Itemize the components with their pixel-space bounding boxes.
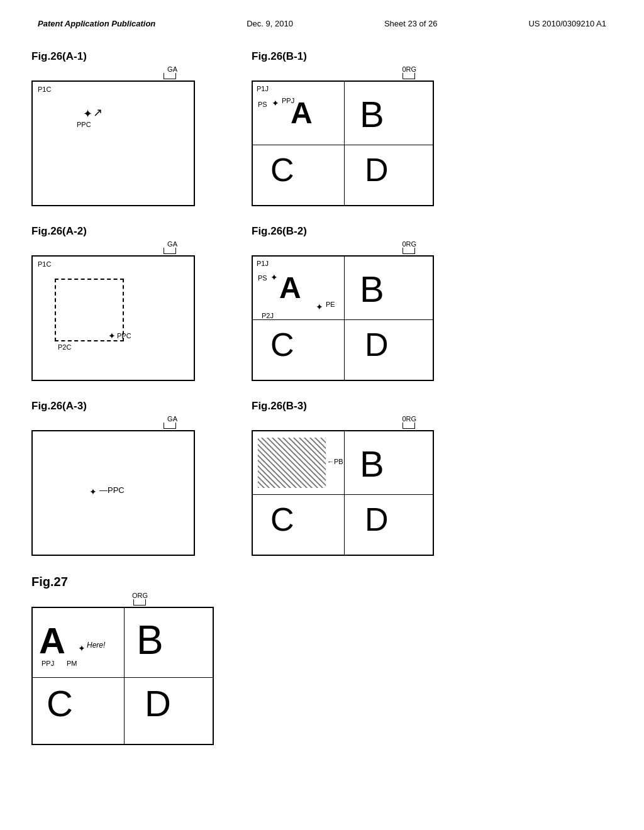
- fig-26-b3-hdivider: [253, 494, 433, 495]
- fig-26-a1-bracket-line: [164, 73, 176, 79]
- fig-26-b3-bracket-label: 0RG: [402, 415, 416, 423]
- fig-26-b1-ps: PS: [258, 101, 267, 108]
- fig-26-b3-B: B: [360, 443, 384, 485]
- fig-26-a2-cursor: ✦: [108, 331, 116, 341]
- fig-27-inner-box: A ✦ Here! B PPJ PM C D: [31, 607, 214, 745]
- fig-26-a1-p1c: P1C: [38, 86, 51, 93]
- fig-26-a3-label: Fig.26(A-3): [31, 400, 87, 412]
- fig-26-b1-p1j: P1J: [257, 85, 269, 92]
- fig-26-b1-bracket: 0RG: [252, 65, 434, 80]
- fig-26-b3-box: ←PB B C D: [252, 430, 434, 556]
- fig-26-b2-bracket-label: 0RG: [402, 240, 416, 248]
- fig-26-b3-bracket-line: [402, 423, 415, 429]
- fig-26-b3-D: D: [365, 501, 389, 538]
- fig-26-b2-cursor2: ✦: [316, 302, 323, 312]
- fig-26-a2-label: Fig.26(A-2): [31, 225, 87, 238]
- fig-26-a1-cursor: ✦: [83, 107, 92, 121]
- fig-27-cursor: ✦: [78, 643, 86, 653]
- fig-27-container: Fig.27 ORG A ✦ Here! B PPJ PM C: [31, 575, 613, 745]
- fig-26-b3-hatch: [258, 438, 326, 488]
- fig-27-B: B: [136, 617, 164, 663]
- fig-26-a2-bracket-line: [164, 248, 176, 254]
- fig-26-b2-ps: PS: [258, 274, 267, 282]
- fig-26-a1-box: P1C ✦ ↗ PPC: [31, 80, 195, 206]
- fig-26-b2: Fig.26(B-2) 0RG P1J PS ✦ A ✦ PE P2J: [252, 225, 434, 381]
- fig-26-b2-C: C: [270, 326, 294, 363]
- header-patent: US 2010/0309210 A1: [528, 19, 606, 28]
- fig-26-a1-label: Fig.26(A-1): [31, 50, 87, 63]
- fig-27-vdivider: [124, 608, 125, 744]
- fig-26-b2-p2j: P2J: [262, 312, 274, 319]
- fig-26-b3-pb: ←PB: [327, 458, 343, 465]
- fig-26-b2-hdivider: [253, 319, 433, 320]
- header-sheet: Sheet 23 of 26: [384, 19, 438, 28]
- fig-26-a2-p2c: P2C: [58, 343, 71, 351]
- fig-26-a2-ppc: PPC: [117, 332, 131, 340]
- fig-26-b1-bracket-label: 0RG: [402, 65, 416, 73]
- fig-26-b2-box: P1J PS ✦ A ✦ PE P2J B C D: [252, 255, 434, 381]
- fig-26-a1-bracket-label: GA: [167, 65, 177, 73]
- fig-26-b1-hdivider: [253, 145, 433, 145]
- fig-26-b1-box: P1J PS ✦ PPJ A B C D: [252, 80, 434, 206]
- fig-26-a1-ppc: PPC: [77, 121, 91, 128]
- fig-26-b1-B: B: [360, 93, 384, 135]
- fig-26-a2-bracket-label: GA: [167, 240, 177, 248]
- fig-26-b3-vdivider: [344, 431, 345, 555]
- fig-26-b1-bracket-line: [402, 73, 415, 79]
- fig-26-b1-vdivider: [344, 82, 345, 205]
- fig-26-b1-label: Fig.26(B-1): [252, 50, 307, 63]
- fig-26-a3-bracket-label: GA: [167, 415, 177, 423]
- fig-26-b2-p1j: P1J: [257, 260, 269, 267]
- fig-26-b2-bracket: 0RG: [252, 240, 434, 255]
- fig-27-bracket-label: ORG: [132, 592, 148, 599]
- fig-26-b2-pe: PE: [326, 301, 335, 308]
- fig-26-a2-box: P1C ✦ PPC P2C: [31, 255, 195, 381]
- fig-26-b1-cursor: ✦: [272, 98, 279, 108]
- fig-26-a3-cursor: ✦: [89, 487, 97, 497]
- fig-26-b2-D: D: [365, 326, 389, 363]
- fig-26-b3-bracket: 0RG: [252, 415, 434, 430]
- fig-26-b2-vdivider: [344, 257, 345, 380]
- fig-26-a2: Fig.26(A-2) GA P1C ✦ PPC P2C: [31, 225, 195, 381]
- fig-26-a1-cursor2: ↗: [93, 106, 103, 119]
- fig-26-a3-box: ✦ —PPC: [31, 430, 195, 556]
- fig-26-a1-bracket: GA: [31, 65, 195, 80]
- fig-26-b2-bracket-line: [402, 248, 415, 254]
- fig-27-bracket-line: [133, 599, 146, 606]
- fig-26-b1-C: C: [270, 151, 294, 189]
- fig-26-b1: Fig.26(B-1) 0RG P1J PS ✦ PPJ A B: [252, 50, 434, 206]
- fig-26-b3-label: Fig.26(B-3): [252, 400, 307, 412]
- fig-26-b3-C: C: [270, 501, 294, 538]
- fig-26-b2-label: Fig.26(B-2): [252, 225, 307, 238]
- fig-26-a3-ppc: —PPC: [99, 485, 125, 495]
- fig-27-box: A ✦ Here! B PPJ PM C D: [31, 607, 214, 745]
- fig-27-A: A: [39, 619, 65, 661]
- fig-26-b2-A: A: [279, 270, 301, 305]
- fig-26-b1-D: D: [365, 151, 389, 189]
- fig-27-hdivider: [33, 677, 213, 678]
- row-3: Fig.26(A-3) GA ✦ —PPC Fig.26(B-3) 0RG: [31, 400, 613, 556]
- fig-27-label: Fig.27: [31, 575, 68, 589]
- row-2: Fig.26(A-2) GA P1C ✦ PPC P2C Fig.26(B-2)…: [31, 225, 613, 381]
- fig-26-b3: Fig.26(B-3) 0RG ←PB B C D: [252, 400, 434, 556]
- fig-27-pm: PM: [67, 660, 77, 667]
- fig-27-here: Here!: [87, 641, 105, 650]
- header-date: Dec. 9, 2010: [247, 19, 293, 28]
- fig-26-a1: Fig.26(A-1) GA P1C ✦ ↗ PPC: [31, 50, 195, 206]
- fig-26-a3: Fig.26(A-3) GA ✦ —PPC: [31, 400, 195, 556]
- fig-26-b1-A: A: [291, 96, 313, 130]
- row-1: Fig.26(A-1) GA P1C ✦ ↗ PPC Fig.26(B-1) 0…: [31, 50, 613, 206]
- fig-26-a2-p1c: P1C: [38, 260, 51, 268]
- fig-26-a3-bracket: GA: [31, 415, 195, 430]
- main-content: Fig.26(A-1) GA P1C ✦ ↗ PPC Fig.26(B-1) 0…: [31, 44, 613, 811]
- fig-27-C: C: [47, 682, 73, 724]
- fig-26-b2-B: B: [360, 268, 384, 310]
- fig-26-a2-bracket: GA: [31, 240, 195, 255]
- fig-27-bracket: ORG: [31, 592, 214, 607]
- fig-27-ppj: PPJ: [42, 660, 54, 667]
- fig-26-a3-bracket-line: [164, 423, 176, 429]
- fig-26-b2-cursor: ✦: [270, 272, 278, 282]
- header-publication: Patent Application Publication: [38, 19, 155, 28]
- fig-27-D: D: [145, 682, 171, 724]
- page-header: Patent Application Publication Dec. 9, 2…: [0, 19, 644, 28]
